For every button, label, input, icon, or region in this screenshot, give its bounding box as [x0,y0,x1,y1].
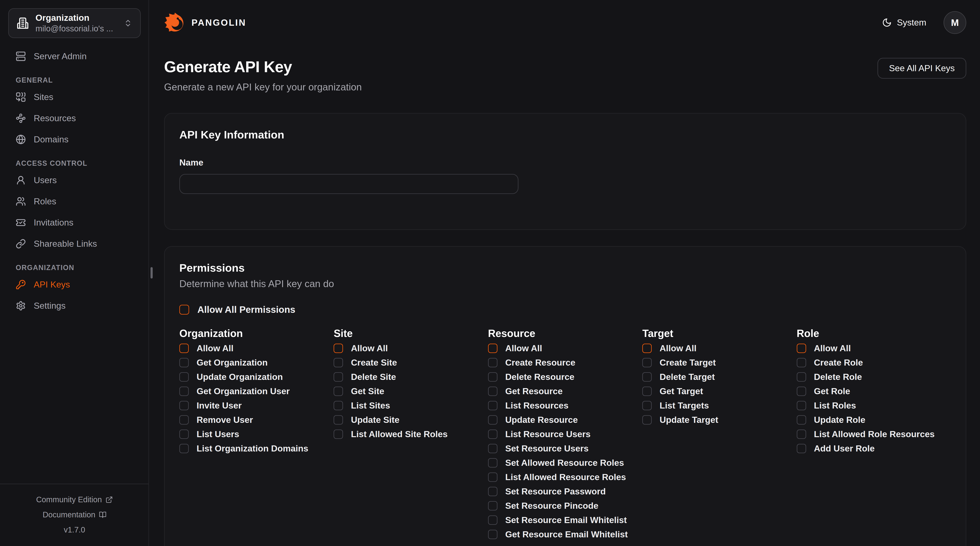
checkbox-resource-create-resource[interactable] [488,358,498,367]
checkbox-resource-list-resources[interactable] [488,401,498,410]
checkbox-organization-invite-user[interactable] [179,401,189,410]
permission-row-resource-list-allowed-resource-roles[interactable]: List Allowed Resource Roles [488,471,642,483]
documentation-link[interactable]: Documentation [0,510,149,519]
sidebar-item-invitations[interactable]: Invitations [8,216,140,230]
permission-row-resource-list-resources[interactable]: List Resources [488,400,642,412]
theme-toggle[interactable]: System [882,18,926,28]
sidebar-item-settings[interactable]: Settings [8,299,140,313]
permission-row-site-create-site[interactable]: Create Site [334,357,488,369]
permission-row-resource-delete-resource[interactable]: Delete Resource [488,371,642,383]
sidebar-item-shareable-links[interactable]: Shareable Links [8,236,140,251]
checkbox-resource-set-resource-users[interactable] [488,444,498,453]
checkbox-resource-set-resource-password[interactable] [488,487,498,496]
checkbox-role-update-role[interactable] [797,415,806,425]
checkbox-organization-list-users[interactable] [179,429,189,439]
checkbox-resource-update-resource[interactable] [488,415,498,425]
allow-all-permissions-checkbox[interactable] [179,305,189,315]
checkbox-resource-get-resource[interactable] [488,386,498,396]
checkbox-role-add-user-role[interactable] [797,444,806,453]
permission-row-organization-update-organization[interactable]: Update Organization [179,371,334,383]
permission-row-target-delete-target[interactable]: Delete Target [642,371,797,383]
permission-row-site-get-site[interactable]: Get Site [334,385,488,397]
permission-row-role-create-role[interactable]: Create Role [797,357,951,369]
permission-row-role-allow-all[interactable]: Allow All [797,342,951,354]
checkbox-site-get-site[interactable] [334,386,343,396]
checkbox-role-allow-all[interactable] [797,343,806,353]
permission-row-organization-remove-user[interactable]: Remove User [179,414,334,426]
permission-row-site-delete-site[interactable]: Delete Site [334,371,488,383]
checkbox-role-list-allowed-role-resources[interactable] [797,429,806,439]
permission-row-resource-set-resource-users[interactable]: Set Resource Users [488,443,642,454]
checkbox-site-allow-all[interactable] [334,343,343,353]
permission-row-role-list-allowed-role-resources[interactable]: List Allowed Role Resources [797,428,951,440]
checkbox-role-get-role[interactable] [797,386,806,396]
sidebar-item-resources[interactable]: Resources [8,111,140,126]
permission-row-organization-list-organization-domains[interactable]: List Organization Domains [179,443,334,454]
see-all-api-keys-button[interactable]: See All API Keys [878,58,966,79]
checkbox-target-list-targets[interactable] [642,401,652,410]
permission-row-role-list-roles[interactable]: List Roles [797,400,951,412]
sidebar-item-roles[interactable]: Roles [8,194,140,209]
checkbox-resource-set-allowed-resource-roles[interactable] [488,458,498,468]
checkbox-role-create-role[interactable] [797,358,806,367]
checkbox-resource-allow-all[interactable] [488,343,498,353]
permission-row-resource-create-resource[interactable]: Create Resource [488,357,642,369]
checkbox-resource-set-resource-pincode[interactable] [488,501,498,511]
checkbox-site-list-allowed-site-roles[interactable] [334,429,343,439]
permission-row-target-create-target[interactable]: Create Target [642,357,797,369]
sidebar-item-server-admin[interactable]: Server Admin [8,49,140,64]
permission-row-resource-update-resource[interactable]: Update Resource [488,414,642,426]
checkbox-role-delete-role[interactable] [797,372,806,382]
permission-row-role-add-user-role[interactable]: Add User Role [797,443,951,454]
checkbox-resource-list-allowed-resource-roles[interactable] [488,473,498,482]
brand[interactable]: PANGOLIN [164,12,246,34]
community-edition-link[interactable]: Community Edition [0,495,149,504]
permission-row-role-get-role[interactable]: Get Role [797,385,951,397]
checkbox-site-list-sites[interactable] [334,401,343,410]
checkbox-organization-remove-user[interactable] [179,415,189,425]
sidebar-item-api-keys[interactable]: API Keys [8,277,140,292]
checkbox-resource-get-resource-email-whitelist[interactable] [488,530,498,539]
permission-row-resource-get-resource-email-whitelist[interactable]: Get Resource Email Whitelist [488,528,642,540]
permission-row-site-list-sites[interactable]: List Sites [334,400,488,412]
name-input[interactable] [179,174,519,194]
checkbox-resource-list-resource-users[interactable] [488,429,498,439]
sidebar-item-sites[interactable]: Sites [8,90,140,104]
checkbox-organization-update-organization[interactable] [179,372,189,382]
permission-row-resource-list-resource-users[interactable]: List Resource Users [488,428,642,440]
permission-row-target-list-targets[interactable]: List Targets [642,400,797,412]
permission-row-target-allow-all[interactable]: Allow All [642,342,797,354]
permission-row-site-update-site[interactable]: Update Site [334,414,488,426]
checkbox-resource-delete-resource[interactable] [488,372,498,382]
permission-row-resource-get-resource[interactable]: Get Resource [488,385,642,397]
permission-row-resource-allow-all[interactable]: Allow All [488,342,642,354]
permission-row-resource-set-resource-password[interactable]: Set Resource Password [488,485,642,497]
checkbox-target-get-target[interactable] [642,386,652,396]
permission-row-site-allow-all[interactable]: Allow All [334,342,488,354]
checkbox-site-update-site[interactable] [334,415,343,425]
permission-row-organization-get-organization-user[interactable]: Get Organization User [179,385,334,397]
org-selector[interactable]: Organization milo@fossorial.io's ... [8,8,141,38]
checkbox-target-update-target[interactable] [642,415,652,425]
permission-row-site-list-allowed-site-roles[interactable]: List Allowed Site Roles [334,428,488,440]
checkbox-resource-set-resource-email-whitelist[interactable] [488,516,498,525]
checkbox-target-create-target[interactable] [642,358,652,367]
permission-row-target-get-target[interactable]: Get Target [642,385,797,397]
permission-row-resource-set-allowed-resource-roles[interactable]: Set Allowed Resource Roles [488,457,642,469]
sidebar-item-users[interactable]: Users [8,173,140,187]
checkbox-organization-get-organization[interactable] [179,358,189,367]
allow-all-permissions-row[interactable]: Allow All Permissions [179,304,951,315]
checkbox-organization-get-organization-user[interactable] [179,386,189,396]
permission-row-organization-allow-all[interactable]: Allow All [179,342,334,354]
checkbox-site-create-site[interactable] [334,358,343,367]
checkbox-target-delete-target[interactable] [642,372,652,382]
permission-row-resource-set-resource-email-whitelist[interactable]: Set Resource Email Whitelist [488,514,642,526]
permission-row-organization-invite-user[interactable]: Invite User [179,400,334,412]
checkbox-target-allow-all[interactable] [642,343,652,353]
permission-row-organization-list-users[interactable]: List Users [179,428,334,440]
permission-row-organization-get-organization[interactable]: Get Organization [179,357,334,369]
checkbox-organization-list-organization-domains[interactable] [179,444,189,453]
checkbox-organization-allow-all[interactable] [179,343,189,353]
avatar[interactable]: M [943,11,966,34]
checkbox-role-list-roles[interactable] [797,401,806,410]
